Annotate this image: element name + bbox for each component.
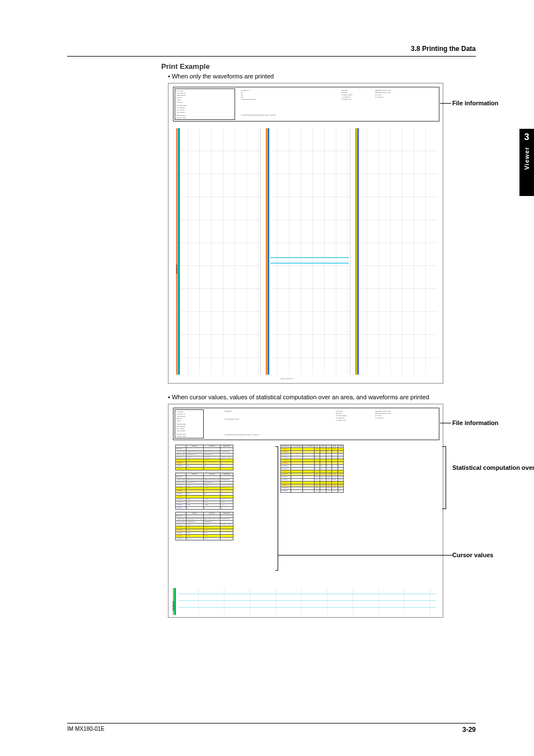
figure-waveforms-only: File Name File Serial No. Start Channel … (168, 83, 475, 384)
info-label: Start Channel (177, 95, 185, 96)
chapter-label: Viewer (523, 147, 530, 170)
waveform-pane-3 (355, 128, 437, 375)
info-label: File Name (177, 90, 183, 92)
info-value: 2003/09/01 09:30:47.701 (375, 92, 391, 94)
info-value: No Searched (375, 96, 383, 98)
page-body: 3.8 Printing the Data Print Example When… (67, 45, 476, 628)
figure-cursor-stat-waveforms: File Name File Serial No. Start Channel … (168, 404, 475, 618)
callout-leader (278, 555, 452, 556)
info-value: MX100Standard/Set/PresetData/StdModule/S… (241, 114, 277, 116)
info-label: Division (Data) (177, 433, 186, 435)
waveform-trace (270, 257, 349, 258)
bracket-cursor-inner (275, 446, 278, 571)
info-label: Model (177, 420, 181, 422)
info-value: 2003/09/01 09:30:47.701 (375, 410, 391, 412)
info-label: End Time (341, 92, 348, 94)
info-label: File Name (177, 411, 183, 413)
info-label: No. of Block (177, 109, 184, 111)
y-axis-label: CH00101 (172, 601, 175, 610)
cursor-values-tables: Cursor ACursor BDifference Data No. Abso… (175, 445, 233, 540)
channel-color-bar (176, 128, 180, 375)
info-label: File Detail Mode (341, 99, 352, 100)
info-value: MX100 Standard Logger (241, 99, 256, 100)
info-value: No Search (375, 415, 382, 417)
callout-file-info: File information (452, 100, 499, 106)
file-info-left-block: File Name File Serial No. Start Channel … (175, 88, 235, 120)
running-header: 3.8 Printing the Data (67, 45, 476, 56)
file-info-box: File Name File Serial No. Start Channel … (173, 408, 439, 440)
info-label: End Ch (177, 418, 181, 419)
header-rule (67, 56, 476, 57)
info-label: Division (Data) (177, 115, 186, 116)
info-label: Start Time (336, 410, 342, 412)
info-label: File Serial No. (177, 92, 186, 94)
info-value: 016 (241, 96, 243, 98)
waveform-strip: CH00101 (173, 588, 438, 615)
waveform-trace (179, 594, 436, 594)
info-label: Start Position (177, 430, 185, 432)
chapter-number: 3 (519, 129, 534, 142)
info-label: Model (177, 99, 181, 101)
info-value: No Searched (375, 417, 383, 419)
printout-image-2: File Name File Serial No. Start Channel … (168, 404, 443, 618)
cursor-table-block-1: Cursor ACursor BDifference Data No. Abso… (175, 445, 233, 470)
info-label: End Ch (177, 97, 181, 99)
cursor-table-block-3: Cursor ACursor BDifference Data No. Abso… (175, 512, 233, 540)
info-value: 001 (241, 94, 243, 96)
channel-color-bar (266, 128, 269, 375)
waveform-trace (179, 607, 436, 608)
waveform-trace (270, 263, 349, 264)
statistical-table: Channel No.No. of SamplesNo. of SamplesM… (280, 445, 344, 493)
info-label: File Start Position (336, 415, 347, 417)
cursor-table-block-2: Cursor ACursor BDifference Data No. Abso… (175, 473, 233, 510)
info-label: File Serial No. (177, 413, 186, 415)
info-value: MX100 Standard Logger (224, 418, 239, 420)
info-value: MX100Standard/Set/PresetData/StdModule/S… (224, 434, 260, 436)
info-label: Sampling Rate (177, 105, 186, 106)
info-label: Start Time (341, 90, 348, 91)
waveform-pane-1: CH00101 (176, 128, 261, 375)
waveform-trace (179, 600, 436, 601)
info-label: Division (Time) (177, 117, 186, 119)
x-axis-label: Relative Time[h:m:s] (280, 378, 293, 380)
stat-table: Channel No.No. of SamplesNo. of SamplesM… (280, 445, 344, 493)
bullet-cursor-stat-waveforms: When cursor values, values of statistica… (168, 394, 475, 400)
info-label: Start Position (177, 111, 185, 113)
printout-image-1: File Name File Serial No. Start Channel … (168, 83, 443, 384)
info-label: No. of Blocks (177, 107, 185, 109)
footer-page-number: 3-29 (462, 726, 476, 734)
info-label: File Start Position (341, 94, 353, 96)
callout-leader (440, 423, 451, 423)
info-value: 2003/09/01 09:30:47.701 (375, 90, 391, 91)
file-info-left-block: File Name File Serial No. Start Channel … (175, 409, 204, 438)
bracket-stat (442, 446, 446, 509)
info-value: Mx7000DATA (241, 90, 249, 91)
callout-cursor-values: Cursor values (452, 552, 493, 558)
info-value: Mx7000DATA (224, 410, 232, 412)
heading-print-example: Print Example (161, 62, 475, 71)
info-label: File Searched (336, 417, 344, 419)
callout-leader (440, 103, 451, 104)
content-column: Print Example When only the waveforms ar… (161, 62, 475, 618)
info-label: No. of Block (177, 428, 184, 430)
info-label: Serial No. (177, 101, 183, 103)
page-footer: IM MX180-01E 3-29 (67, 723, 476, 734)
info-label: Division (Time) (177, 436, 186, 437)
info-label: File Detail Mode (336, 419, 346, 421)
footer-doc-id: IM MX180-01E (67, 726, 105, 734)
info-value: 2003/09/01 09:30:47.701 (375, 413, 391, 414)
info-label: File Searched (341, 96, 350, 98)
info-label: Sampling Rate (177, 423, 186, 425)
info-label: End Time (336, 413, 342, 414)
chapter-side-tab: 3 Viewer (519, 129, 534, 196)
info-value: No Search (375, 94, 382, 96)
callout-file-info: File information (452, 419, 499, 426)
y-axis-label: CH00101 (175, 264, 178, 274)
info-value: 001 (241, 92, 243, 94)
callout-statistical: Statistical computation over an area (452, 464, 514, 472)
bullet-waveforms-only: When only the waveforms are printed (168, 73, 475, 80)
waveform-pane-2 (266, 128, 350, 375)
info-label: No. of Blocks (177, 426, 185, 427)
info-label: Start Channel (177, 416, 185, 417)
file-info-box: File Name File Serial No. Start Channel … (173, 87, 439, 122)
